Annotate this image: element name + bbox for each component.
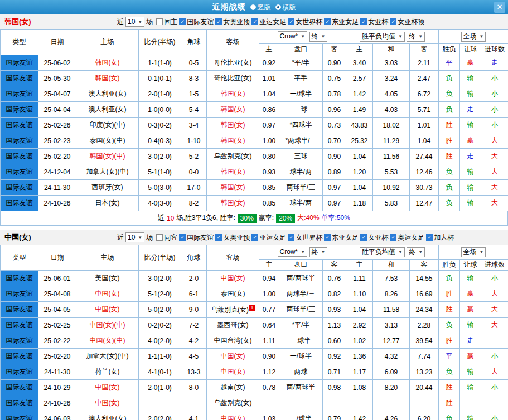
europe-odds-select[interactable]: 胜平负均值▼ <box>360 32 405 42</box>
europe-time-select[interactable]: 终▼ <box>407 32 425 42</box>
filter-checkbox-同客[interactable]: 同客 <box>156 233 177 242</box>
checkbox-checked-icon[interactable]: ✓ <box>179 234 186 241</box>
euro-odds-away: 24.34 <box>410 302 439 318</box>
checkbox-checked-icon[interactable]: ✓ <box>426 234 433 241</box>
handicap-line: 球半/两 <box>279 164 323 180</box>
checkbox-checked-icon[interactable]: ✓ <box>324 18 331 25</box>
euro-odds-draw: 11.56 <box>373 149 410 164</box>
checkbox-checked-icon[interactable]: ✓ <box>324 234 331 241</box>
result-handicap: 输 <box>460 411 481 420</box>
filter-checkbox-同主[interactable]: 同主 <box>156 17 177 27</box>
radio-vertical-layout[interactable]: 竖版 <box>250 3 271 12</box>
checkbox-checked-icon[interactable]: ✓ <box>288 234 294 241</box>
filter-checkbox-女亚杯[interactable]: ✓女亚杯 <box>360 233 388 242</box>
corner-score: 8-3 <box>181 71 207 86</box>
odds-company-select[interactable]: Crow*▼ <box>278 31 308 41</box>
score: 1-0(0-0) <box>139 102 181 118</box>
euro-odds-away: 7.74 <box>410 349 439 364</box>
result-goals: 小 <box>481 118 508 133</box>
result-goals: 小 <box>481 86 508 102</box>
handicap-odds-away: 0.79 <box>323 411 346 420</box>
filter-checkbox-女世界杯[interactable]: ✓女世界杯 <box>288 233 322 242</box>
euro-odds-home: 43.83 <box>346 118 373 133</box>
radio-horizontal-layout[interactable]: 横版 <box>275 3 296 12</box>
filter-checkbox-亚运女足[interactable]: ✓亚运女足 <box>251 17 286 27</box>
filter-checkbox-国际友谊[interactable]: ✓国际友谊 <box>179 17 214 27</box>
europe-time-select[interactable]: 终▼ <box>407 247 425 257</box>
filter-checkbox-东亚女足[interactable]: ✓东亚女足 <box>324 17 359 27</box>
europe-odds-group: 胜平负均值▼ 终▼ <box>346 245 439 260</box>
filter-checkbox-亚运女足[interactable]: ✓亚运女足 <box>251 233 286 242</box>
result-wdl: 负 <box>439 271 460 286</box>
europe-odds-select[interactable]: 胜平负均值▼ <box>360 247 405 257</box>
euro-odds-home: 1.20 <box>346 164 373 180</box>
filter-checkboxes: 同主✓国际友谊✓女奥亚预✓亚运女足✓女世界杯✓东亚女足✓女亚杯✓女亚杯预 <box>154 17 424 27</box>
close-button[interactable]: ✕ <box>494 2 505 13</box>
match-date: 25-04-04 <box>38 102 76 118</box>
match-count-select[interactable]: 10▼ <box>125 17 144 27</box>
checkbox-checked-icon[interactable]: ✓ <box>288 18 294 25</box>
checkbox-unchecked-icon[interactable] <box>156 18 163 25</box>
filter-checkbox-奥运女足[interactable]: ✓奥运女足 <box>390 233 424 242</box>
filter-checkbox-女奥亚预[interactable]: ✓女奥亚预 <box>215 233 250 242</box>
euro-odds-home: 1.02 <box>346 333 373 349</box>
subcol-odds-away: 客 <box>323 44 346 55</box>
home-team: 中国(女) <box>76 286 139 302</box>
col-header-corner: 角球 <box>181 30 207 55</box>
checkbox-checked-icon[interactable]: ✓ <box>251 18 258 25</box>
score: 1-1(1-0) <box>139 55 181 71</box>
odds-time-select[interactable]: 终▼ <box>309 32 328 42</box>
handicap-line: 两球半/三 <box>279 302 323 318</box>
handicap-odds-home: 1.04 <box>259 86 279 102</box>
checkbox-checked-icon[interactable]: ✓ <box>215 234 222 241</box>
result-goals: 大 <box>481 133 508 149</box>
filter-checkbox-国际友谊[interactable]: ✓国际友谊 <box>179 233 214 242</box>
corner-score: 4-5 <box>181 349 207 364</box>
result-wdl: 负 <box>439 318 460 333</box>
scope-select[interactable]: 全场▼ <box>461 32 486 42</box>
euro-odds-away: 6.20 <box>410 411 439 420</box>
filter-checkbox-女亚杯[interactable]: ✓女亚杯 <box>360 17 388 27</box>
match-date: 25-04-05 <box>38 302 76 318</box>
handicap-line: 一/球半 <box>279 411 323 420</box>
odds-time-select[interactable]: 终▼ <box>309 247 328 257</box>
euro-odds-draw: 4.32 <box>373 349 410 364</box>
filter-controls: 近 10▼ 场 同主✓国际友谊✓女奥亚预✓亚运女足✓女世界杯✓东亚女足✓女亚杯✓… <box>117 17 424 27</box>
match-count-value: 10 <box>128 18 135 26</box>
summary-part: 场,胜3平1负6, 胜率: <box>176 213 235 223</box>
match-count-select[interactable]: 10▼ <box>125 232 144 242</box>
chevron-down-icon: ▼ <box>480 34 484 39</box>
away-team: 韩国(女) <box>207 196 259 211</box>
filter-checkbox-女奥亚预[interactable]: ✓女奥亚预 <box>215 17 250 27</box>
score: 4-0(3-0) <box>139 196 181 211</box>
checkbox-checked-icon[interactable]: ✓ <box>360 18 367 25</box>
euro-odds-home: 2.57 <box>346 71 373 86</box>
checkbox-checked-icon[interactable]: ✓ <box>390 234 396 241</box>
handicap-odds-home: 1.00 <box>259 286 279 302</box>
filter-checkbox-东亚女足[interactable]: ✓东亚女足 <box>324 233 359 242</box>
handicap-odds-home: 0.97 <box>259 118 279 133</box>
checkbox-checked-icon[interactable]: ✓ <box>179 18 186 25</box>
checkbox-checked-icon[interactable]: ✓ <box>251 234 258 241</box>
filter-row: 中国(女) 近 10▼ 场 同客✓国际友谊✓女奥亚预✓亚运女足✓女世界杯✓东亚女… <box>0 230 508 245</box>
result-goals: 小 <box>481 102 508 118</box>
subcol-goals-result: 进球数 <box>481 44 508 55</box>
filter-checkbox-女亚杯预[interactable]: ✓女亚杯预 <box>390 17 424 27</box>
handicap-odds-away: 1.13 <box>323 318 346 333</box>
score: 4-0(2-0) <box>139 333 181 349</box>
checkbox-checked-icon[interactable]: ✓ <box>215 18 222 25</box>
checkbox-checked-icon[interactable]: ✓ <box>390 18 396 25</box>
match-date: 25-04-07 <box>38 86 76 102</box>
checkbox-label: 女奥亚预 <box>223 17 250 27</box>
away-team: 韩国(女) <box>207 102 259 118</box>
checkbox-checked-icon[interactable]: ✓ <box>360 234 367 241</box>
handicap-line: *平/半 <box>279 55 323 71</box>
summary-part: 30% <box>238 214 257 223</box>
scope-select[interactable]: 全场▼ <box>461 247 486 257</box>
filter-checkbox-加大杯[interactable]: ✓加大杯 <box>426 233 454 242</box>
checkbox-unchecked-icon[interactable] <box>156 234 163 241</box>
odds-company-select[interactable]: Crow*▼ <box>278 247 308 257</box>
filter-checkbox-女世界杯[interactable]: ✓女世界杯 <box>288 17 322 27</box>
chevron-down-icon: ▼ <box>138 235 142 240</box>
corner-score: 1-10 <box>181 133 207 149</box>
